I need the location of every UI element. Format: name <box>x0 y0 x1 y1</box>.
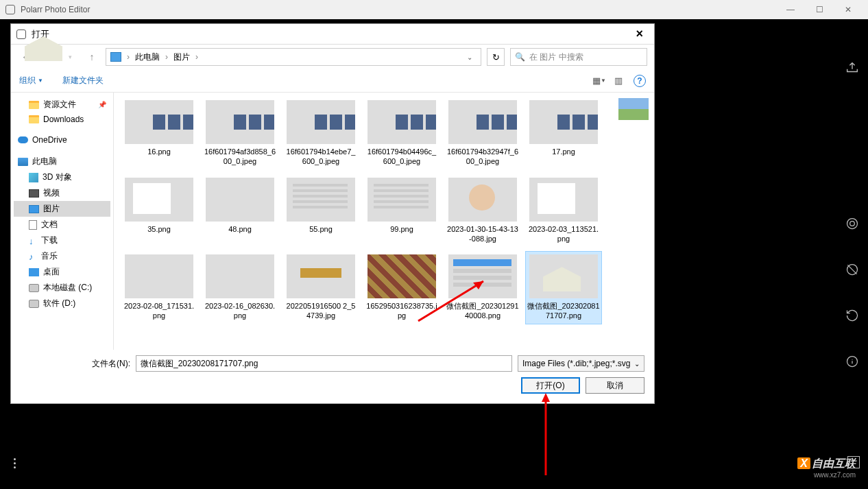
svg-point-1 <box>850 222 855 226</box>
tree-3dobjects[interactable]: 3D 对象 <box>14 169 110 185</box>
tree-diskd[interactable]: 软件 (D:) <box>14 296 110 311</box>
chevron-right-icon: › <box>193 52 201 62</box>
recent-dropdown-icon[interactable]: ▾ <box>62 49 78 65</box>
cloud-icon <box>18 136 28 143</box>
expand-icon[interactable] <box>847 456 860 468</box>
pc-icon <box>110 52 121 62</box>
open-button[interactable]: 打开(O) <box>521 377 580 394</box>
file-item[interactable]: 99.png <box>363 174 440 248</box>
watermark-url: www.xz7.com <box>797 471 856 479</box>
pin-icon: 📌 <box>98 101 106 108</box>
tree-downloads[interactable]: ↓下载 <box>14 232 110 248</box>
file-item[interactable]: 16f601794b14ebe7_600_0.jpeg <box>282 97 359 170</box>
chevron-down-icon: ⌄ <box>634 360 640 368</box>
file-item[interactable]: 16f601794b04496c_600_0.jpeg <box>363 97 440 170</box>
target-icon[interactable] <box>845 216 860 231</box>
file-open-dialog: 打开 × ← → ▾ ↑ › 此电脑 › 图片 › ⌄ ↻ <box>10 23 655 404</box>
app-body: X自由互联 www.xz7.com 打开 × ← → ▾ ↑ › 此电脑 › <box>0 19 868 489</box>
file-item[interactable]: 55.png <box>282 174 359 248</box>
preview-pane <box>613 93 654 350</box>
tree-diskc[interactable]: 本地磁盘 (C:) <box>14 280 110 296</box>
folder-tree[interactable]: 资源文件📌 Downloads OneDrive 此电脑 3D 对象 视频 图片… <box>11 93 114 350</box>
help-icon[interactable]: ? <box>634 75 646 87</box>
file-item[interactable]: 2023-02-03_113521.png <box>525 174 602 248</box>
pc-icon <box>18 158 28 166</box>
preview-pane-icon[interactable]: ▥ <box>610 73 627 88</box>
file-item[interactable]: 35.png <box>121 174 197 248</box>
search-placeholder: 在 图片 中搜索 <box>529 51 583 63</box>
app-title: Polarr Photo Editor <box>21 5 776 14</box>
file-grid[interactable]: 16.png 16f601794af3d858_600_0.jpeg 16f60… <box>114 93 613 350</box>
filetype-select[interactable]: Image Files (*.dib;*.jpeg;*.svg⌄ <box>518 355 644 372</box>
file-item[interactable]: 48.png <box>202 174 278 248</box>
dialog-body: 资源文件📌 Downloads OneDrive 此电脑 3D 对象 视频 图片… <box>11 93 654 350</box>
music-icon: ♪ <box>29 252 37 261</box>
dialog-title: 打开 <box>32 28 630 40</box>
refresh-button[interactable]: ↻ <box>487 48 505 66</box>
maximize-button[interactable]: ☐ <box>805 5 834 14</box>
tree-videos[interactable]: 视频 <box>14 185 110 201</box>
filename-input[interactable] <box>136 355 512 372</box>
filename-label: 文件名(N): <box>21 358 130 370</box>
app-window: Polarr Photo Editor — ☐ ✕ X自由互联 www.xz7.… <box>0 0 868 489</box>
tree-documents[interactable]: 文档 <box>14 217 110 232</box>
close-button[interactable]: ✕ <box>834 5 863 14</box>
new-folder-button[interactable]: 新建文件夹 <box>62 75 104 86</box>
history-icon[interactable] <box>845 308 860 323</box>
dialog-titlebar: 打开 × <box>11 24 654 45</box>
file-item[interactable]: 16.png <box>121 97 197 170</box>
preview-thumbnail <box>618 98 649 120</box>
tree-desktop[interactable]: 桌面 <box>14 264 110 280</box>
breadcrumb[interactable]: › 此电脑 › 图片 › ⌄ <box>106 48 481 66</box>
search-input[interactable]: 🔍 在 图片 中搜索 <box>510 48 647 66</box>
menu-dots-icon[interactable] <box>14 458 16 468</box>
tree-pictures[interactable]: 图片 <box>14 201 110 217</box>
dialog-toolbar: 组织▼ 新建文件夹 ▦▼ ▥ ? <box>11 69 654 93</box>
download-icon: ↓ <box>29 236 37 246</box>
file-item-selected[interactable]: 微信截图_20230208171707.png <box>525 251 602 324</box>
dialog-nav: ← → ▾ ↑ › 此电脑 › 图片 › ⌄ ↻ 🔍 在 图片 中搜索 <box>11 45 654 69</box>
chevron-right-icon: › <box>162 52 171 62</box>
dialog-footer: 文件名(N): Image Files (*.dib;*.jpeg;*.svg⌄… <box>11 350 654 403</box>
file-item[interactable]: 2023-01-30-15-43-13-088.jpg <box>444 174 521 248</box>
minimize-button[interactable]: — <box>776 5 805 14</box>
dialog-close-button[interactable]: × <box>630 27 649 41</box>
tree-resources[interactable]: 资源文件📌 <box>14 97 110 112</box>
app-icon <box>5 5 15 14</box>
up-button[interactable]: ↑ <box>84 49 100 65</box>
right-toolbar <box>845 60 860 369</box>
breadcrumb-dropdown-icon[interactable]: ⌄ <box>463 53 477 61</box>
file-item[interactable]: 1652950316238735.jpg <box>363 251 440 324</box>
cancel-button[interactable]: 取消 <box>586 377 644 394</box>
tree-music[interactable]: ♪音乐 <box>14 248 110 264</box>
app-titlebar: Polarr Photo Editor — ☐ ✕ <box>0 0 868 19</box>
file-item[interactable]: 16f601794b32947f_600_0.jpeg <box>444 97 521 170</box>
view-mode-icon[interactable]: ▦▼ <box>591 73 607 88</box>
file-item[interactable]: 2023-02-08_171531.png <box>121 251 197 324</box>
breadcrumb-thispc[interactable]: 此电脑 <box>135 51 160 63</box>
tree-thispc[interactable]: 此电脑 <box>14 154 110 169</box>
file-item[interactable]: 微信截图_20230129140008.png <box>444 251 521 324</box>
file-item[interactable]: 16f601794af3d858_600_0.jpeg <box>202 97 278 170</box>
svg-point-0 <box>847 219 858 229</box>
tree-onedrive[interactable]: OneDrive <box>14 133 110 147</box>
share-icon[interactable] <box>845 60 860 75</box>
search-icon: 🔍 <box>515 52 525 62</box>
file-item[interactable]: 2022051916500 2_54739.jpg <box>282 251 359 324</box>
dialog-icon <box>16 29 26 39</box>
organize-dropdown[interactable]: 组织▼ <box>19 75 43 86</box>
brush-icon[interactable] <box>845 262 860 277</box>
chevron-right-icon: › <box>124 52 132 62</box>
file-item[interactable]: 17.png <box>525 97 602 170</box>
file-item[interactable]: 2023-02-16_082630.png <box>202 251 278 324</box>
tree-downloads-en[interactable]: Downloads <box>14 112 110 126</box>
info-icon[interactable] <box>845 354 860 369</box>
breadcrumb-pictures[interactable]: 图片 <box>173 51 190 63</box>
